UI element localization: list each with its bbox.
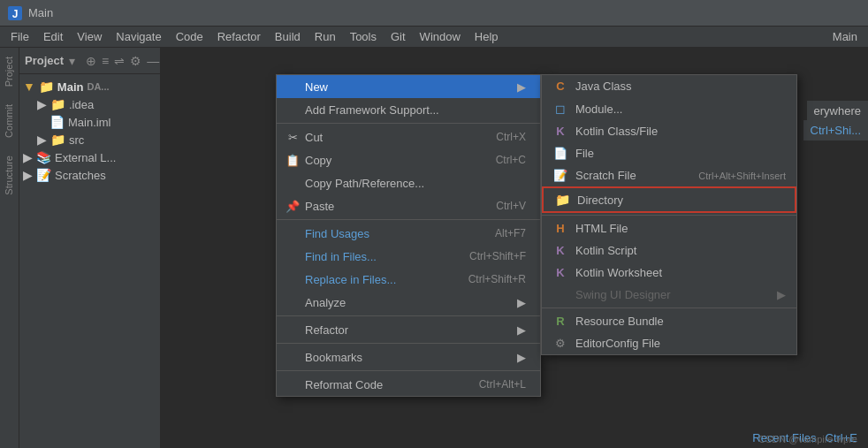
gear-icon[interactable]: ⚙: [130, 54, 141, 68]
menu-refactor[interactable]: Refactor: [210, 28, 268, 45]
ctx-paste[interactable]: 📌 Paste Ctrl+V: [277, 194, 540, 217]
menu-window[interactable]: Window: [413, 28, 468, 45]
menu-file[interactable]: File: [4, 28, 36, 45]
tree-item-src[interactable]: ▶ 📁 src: [34, 131, 160, 148]
submenu-kotlin-worksheet[interactable]: K Kotlin Worksheet: [542, 262, 796, 284]
ctx-find-usages[interactable]: Find Usages Alt+F7: [277, 222, 540, 245]
file-icon: 📄: [552, 147, 568, 160]
ctx-find-files[interactable]: Find in Files... Ctrl+Shift+F: [277, 245, 540, 268]
submenu-html[interactable]: H HTML File: [542, 217, 796, 239]
folder-icon: ▼: [23, 80, 35, 94]
svg-text:J: J: [12, 8, 19, 20]
project-tree: ▼ 📁 Main DA... ▶ 📁 .idea 📄 Main.iml ▶ 📁: [19, 74, 160, 448]
ctx-refactor[interactable]: Refactor ▶: [277, 318, 540, 341]
src-arrow-icon: ▶: [37, 133, 47, 147]
menu-help[interactable]: Help: [468, 28, 506, 45]
side-tab-structure[interactable]: Structure: [0, 147, 19, 204]
ctx-copy-path[interactable]: Copy Path/Reference...: [277, 171, 540, 194]
analyze-arrow: ▶: [517, 296, 526, 309]
context-menu: New ▶ Add Framework Support... ✂ Cut Ctr…: [276, 74, 541, 397]
bookmarks-arrow: ▶: [517, 351, 526, 364]
minimize-icon[interactable]: —: [147, 54, 159, 68]
dropdown-icon[interactable]: ▾: [69, 54, 75, 68]
tree-label-scratches: Scratches: [55, 169, 106, 182]
cut-icon: ✂: [286, 130, 300, 144]
right-shortcut-text: Ctrl+Shi...: [803, 120, 868, 140]
editorconfig-icon: ⚙: [552, 337, 568, 350]
app-logo: J: [7, 5, 23, 21]
side-tab-project[interactable]: Project: [0, 48, 19, 95]
submenu-file[interactable]: 📄 File: [542, 142, 796, 164]
iml-icon: 📄: [49, 115, 65, 129]
ctx-cut[interactable]: ✂ Cut Ctrl+X: [277, 125, 540, 148]
menu-run[interactable]: Run: [308, 28, 343, 45]
copy-icon: 📋: [286, 153, 300, 167]
module-icon: ◻: [552, 102, 568, 116]
menu-tools[interactable]: Tools: [343, 28, 384, 45]
tree-item-external[interactable]: ▶ 📚 External L...: [19, 148, 160, 166]
new-icon: [286, 80, 300, 94]
menu-view[interactable]: View: [70, 28, 109, 45]
globe-icon[interactable]: ⊕: [86, 54, 96, 68]
submenu-java-class[interactable]: C Java Class: [542, 75, 796, 97]
submenu-module[interactable]: ◻ Module...: [542, 97, 796, 120]
scratch-file-icon: 📝: [552, 169, 568, 182]
submenu-new: C Java Class ◻ Module... K Kotlin Class/…: [541, 74, 797, 355]
scratch-icon: 📝: [36, 168, 51, 182]
ctx-framework[interactable]: Add Framework Support...: [277, 98, 540, 121]
tree-label-external: External L...: [55, 151, 116, 164]
ctx-new[interactable]: New ▶: [277, 75, 540, 98]
ctx-replace-files[interactable]: Replace in Files... Ctrl+Shift+R: [277, 268, 540, 291]
tree-label-mainiml: Main.iml: [68, 116, 110, 129]
framework-icon: [286, 103, 300, 117]
src-folder-icon: 📁: [50, 133, 65, 147]
menu-build[interactable]: Build: [268, 28, 308, 45]
arrow-icon: ▶: [517, 80, 526, 94]
tree-item-mainiml[interactable]: 📄 Main.iml: [34, 113, 160, 131]
tree-label-idea: .idea: [69, 98, 94, 111]
directory-icon: 📁: [554, 193, 570, 207]
list-icon[interactable]: ≡: [102, 54, 109, 68]
submenu-kotlin-class[interactable]: K Kotlin Class/File: [542, 120, 796, 142]
tree-label-main: Main: [57, 80, 84, 94]
side-tab-commit[interactable]: Commit: [0, 95, 19, 147]
main-content: New ▶ Add Framework Support... ✂ Cut Ctr…: [161, 48, 868, 448]
analyze-icon: [286, 295, 300, 309]
refactor-icon: [286, 323, 300, 337]
tree-label-main-tag: DA...: [87, 81, 109, 92]
ctx-bookmarks[interactable]: Bookmarks ▶: [277, 345, 540, 368]
submenu-scratch-file[interactable]: 📝 Scratch File Ctrl+Alt+Shift+Insert: [542, 164, 796, 186]
html-icon: H: [552, 222, 568, 235]
refactor-arrow: ▶: [517, 323, 526, 337]
replace-icon: [286, 272, 300, 286]
find-usages-icon: [286, 226, 300, 240]
idea-folder-icon: 📁: [50, 97, 65, 111]
swing-arrow: ▶: [777, 288, 786, 301]
ext-arrow-icon: ▶: [23, 150, 33, 164]
project-label: Project: [25, 54, 64, 67]
menu-navigate[interactable]: Navigate: [109, 28, 168, 45]
submenu-directory[interactable]: 📁 Directory: [542, 186, 796, 213]
kotlin-class-icon: K: [552, 125, 568, 138]
separator-1: [277, 123, 540, 124]
separator-3: [277, 315, 540, 316]
bookmarks-icon: [286, 350, 300, 364]
submenu-kotlin-script[interactable]: K Kotlin Script: [542, 239, 796, 262]
tree-item-scratches[interactable]: ▶ 📝 Scratches: [19, 166, 160, 184]
ctx-analyze[interactable]: Analyze ▶: [277, 291, 540, 314]
tree-item-idea[interactable]: ▶ 📁 .idea: [34, 95, 160, 113]
submenu-resource-bundle[interactable]: R Resource Bundle: [542, 310, 796, 332]
menu-edit[interactable]: Edit: [36, 28, 70, 45]
menu-code[interactable]: Code: [169, 28, 210, 45]
ctx-reformat[interactable]: Reformat Code Ctrl+Alt+L: [277, 373, 540, 396]
project-toolbar: Project ▾ ⊕ ≡ ⇌ ⚙ —: [19, 48, 160, 74]
kotlin-worksheet-icon: K: [552, 266, 568, 279]
ctx-copy[interactable]: 📋 Copy Ctrl+C: [277, 148, 540, 171]
ext-icon: 📚: [36, 150, 51, 164]
split-icon[interactable]: ⇌: [114, 54, 125, 68]
submenu-editorconfig[interactable]: ⚙ EditorConfig File: [542, 332, 796, 354]
side-tabs: Project Commit Structure: [0, 48, 19, 448]
submenu-swing-ui[interactable]: Swing UI Designer ▶: [542, 284, 796, 306]
menu-git[interactable]: Git: [384, 28, 413, 45]
tree-item-main[interactable]: ▼ 📁 Main DA...: [19, 78, 160, 95]
